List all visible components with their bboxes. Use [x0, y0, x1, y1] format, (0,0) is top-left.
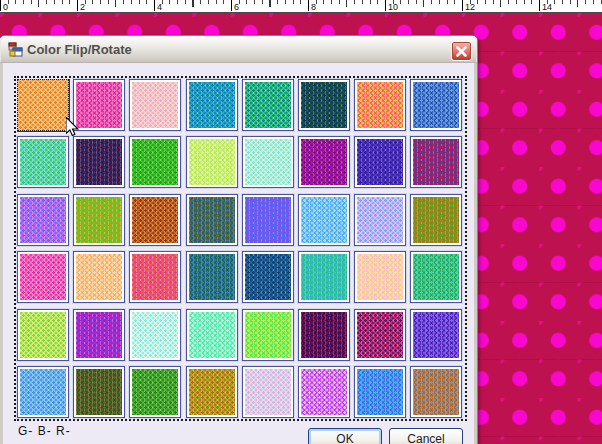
color-swatch[interactable]	[354, 194, 406, 246]
color-swatch[interactable]	[129, 366, 181, 418]
close-button[interactable]	[451, 41, 472, 61]
color-swatch[interactable]	[186, 136, 238, 188]
color-swatch[interactable]	[186, 251, 238, 303]
color-swatch-fill	[132, 82, 178, 128]
color-swatch[interactable]	[17, 79, 69, 131]
ruler-label: 10	[388, 2, 398, 12]
color-flip-rotate-dialog: Color Flip/Rotate G- B- R- OK Cancel	[0, 36, 477, 444]
color-swatch[interactable]	[298, 366, 350, 418]
horizontal-ruler: 02468101214	[0, 0, 602, 13]
color-swatch-fill	[20, 197, 66, 243]
close-icon	[456, 46, 467, 57]
color-swatch[interactable]	[242, 251, 294, 303]
color-swatch[interactable]	[354, 79, 406, 131]
color-swatch-fill	[357, 139, 403, 185]
color-swatch[interactable]	[73, 136, 125, 188]
color-swatch[interactable]	[129, 79, 181, 131]
dialog-title: Color Flip/Rotate	[27, 36, 132, 63]
color-swatch-fill	[189, 139, 235, 185]
color-swatch-fill	[189, 254, 235, 300]
color-swatch[interactable]	[242, 79, 294, 131]
ruler-label: 12	[465, 2, 475, 12]
color-swatch-fill	[132, 254, 178, 300]
color-swatch-fill	[301, 254, 347, 300]
color-swatch-fill	[17, 79, 69, 131]
color-swatch[interactable]	[354, 251, 406, 303]
color-swatch[interactable]	[410, 79, 462, 131]
color-swatch[interactable]	[17, 194, 69, 246]
color-swatch[interactable]	[186, 309, 238, 361]
color-swatch[interactable]	[17, 309, 69, 361]
color-swatch[interactable]	[410, 309, 462, 361]
color-swatch-fill	[301, 139, 347, 185]
color-swatch-fill	[189, 312, 235, 358]
color-swatch[interactable]	[17, 251, 69, 303]
ruler-label: 8	[311, 2, 316, 12]
color-swatch[interactable]	[242, 136, 294, 188]
color-swatch-fill	[76, 197, 122, 243]
color-swatch[interactable]	[73, 251, 125, 303]
color-swatch[interactable]	[186, 366, 238, 418]
color-swatch[interactable]	[410, 251, 462, 303]
color-swatch[interactable]	[410, 366, 462, 418]
color-swatch-fill	[245, 369, 291, 415]
color-swatch[interactable]	[242, 366, 294, 418]
color-swatch[interactable]	[242, 309, 294, 361]
color-swatch-fill	[20, 254, 66, 300]
color-swatch[interactable]	[298, 79, 350, 131]
color-swatch[interactable]	[410, 194, 462, 246]
color-swatch-fill	[76, 82, 122, 128]
color-swatch[interactable]	[186, 79, 238, 131]
color-swatch[interactable]	[73, 366, 125, 418]
color-swatch-fill	[76, 312, 122, 358]
color-swatch[interactable]	[354, 309, 406, 361]
color-swatch-fill	[20, 139, 66, 185]
color-swatch-fill	[301, 197, 347, 243]
color-swatch[interactable]	[186, 194, 238, 246]
color-swatch-fill	[357, 197, 403, 243]
color-swatch[interactable]	[298, 136, 350, 188]
color-swatch[interactable]	[73, 194, 125, 246]
color-swatch[interactable]	[298, 251, 350, 303]
ruler-label: 2	[80, 2, 85, 12]
color-swatch[interactable]	[129, 251, 181, 303]
color-swatch[interactable]	[354, 136, 406, 188]
color-swatch[interactable]	[242, 194, 294, 246]
color-swatch-fill	[245, 139, 291, 185]
color-swatch-fill	[20, 312, 66, 358]
dialog-titlebar[interactable]: Color Flip/Rotate	[0, 36, 477, 63]
color-swatch[interactable]	[73, 79, 125, 131]
color-swatch[interactable]	[73, 309, 125, 361]
color-swatch[interactable]	[129, 309, 181, 361]
color-swatch-fill	[301, 369, 347, 415]
color-swatch-fill	[245, 197, 291, 243]
color-swatch-fill	[76, 369, 122, 415]
color-swatch[interactable]	[129, 136, 181, 188]
color-swatch-fill	[413, 82, 459, 128]
color-swatch[interactable]	[17, 136, 69, 188]
color-swatch[interactable]	[17, 366, 69, 418]
color-swatch[interactable]	[354, 366, 406, 418]
color-grid	[17, 79, 464, 418]
color-swatch-fill	[413, 312, 459, 358]
color-swatch-fill	[245, 82, 291, 128]
color-swatch-fill	[413, 139, 459, 185]
color-swatch-fill	[189, 197, 235, 243]
ruler-label: 4	[157, 2, 162, 12]
ruler-label: 0	[3, 2, 8, 12]
color-swatch-fill	[189, 369, 235, 415]
color-swatch-fill	[413, 197, 459, 243]
color-swatch-fill	[357, 312, 403, 358]
color-swatch[interactable]	[410, 136, 462, 188]
cancel-button[interactable]: Cancel	[389, 428, 463, 444]
color-swatch-fill	[132, 369, 178, 415]
color-swatch-fill	[357, 369, 403, 415]
color-swatch[interactable]	[129, 194, 181, 246]
color-swatch-fill	[357, 254, 403, 300]
ok-button[interactable]: OK	[308, 428, 382, 444]
color-swatch-fill	[132, 312, 178, 358]
color-swatch-fill	[245, 312, 291, 358]
color-swatch-fill	[189, 82, 235, 128]
color-swatch[interactable]	[298, 309, 350, 361]
color-swatch[interactable]	[298, 194, 350, 246]
